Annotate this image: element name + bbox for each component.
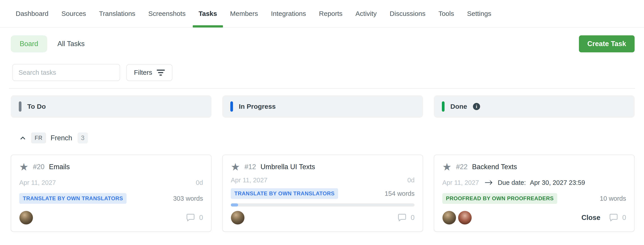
task-date: Apr 11, 2027 <box>19 179 56 186</box>
close-task-link[interactable]: Close <box>582 214 600 222</box>
tab-board[interactable]: Board <box>11 35 47 52</box>
card-date-row: Apr 11, 2027 0d <box>19 179 203 186</box>
assignee-avatars <box>19 211 33 225</box>
task-id: #12 <box>244 163 256 171</box>
nav-item-sources[interactable]: Sources <box>62 0 86 27</box>
card-title-row: ★ #20 Emails <box>19 162 203 172</box>
word-count: 154 words <box>384 190 414 197</box>
task-title: Backend Texts <box>472 163 517 171</box>
star-icon[interactable]: ★ <box>19 162 28 172</box>
language-group-header: FR French 3 <box>0 118 644 143</box>
comment-count: 0 <box>199 214 203 222</box>
task-card-umbrella-ui-texts[interactable]: ★ #12 Umbrella UI Texts Apr 11, 2027 0d … <box>222 155 423 232</box>
column-label: To Do <box>27 103 46 110</box>
word-count: 303 words <box>173 195 203 202</box>
avatar[interactable] <box>231 211 245 225</box>
card-footer-row: Close 0 <box>442 211 626 225</box>
comment-group[interactable]: 0 <box>185 213 203 223</box>
comment-group[interactable]: 0 <box>608 213 626 223</box>
filters-button-label: Filters <box>134 69 152 76</box>
avatar[interactable] <box>458 211 472 225</box>
language-name: French <box>50 134 72 142</box>
task-card-emails[interactable]: ★ #20 Emails Apr 11, 2027 0d TRANSLATE B… <box>11 155 212 232</box>
in-progress-status-bar <box>230 101 233 112</box>
task-count-badge: 3 <box>78 132 88 143</box>
task-title: Emails <box>49 163 70 171</box>
nav-item-reports[interactable]: Reports <box>319 0 342 27</box>
nav-item-integrations[interactable]: Integrations <box>271 0 306 27</box>
comment-icon <box>185 213 196 223</box>
assignee-avatars <box>442 211 472 225</box>
card-footer-row: 0 <box>19 211 203 225</box>
language-code-badge: FR <box>31 132 46 143</box>
task-id: #22 <box>456 163 468 171</box>
card-title-row: ★ #22 Backend Texts <box>442 162 626 172</box>
column-label: In Progress <box>239 103 276 110</box>
due-date-label: Due date: <box>498 179 526 186</box>
progress-bar-fill <box>231 203 238 206</box>
due-date-value: Apr 30, 2027 23:59 <box>530 179 585 186</box>
task-cards-row: ★ #20 Emails Apr 11, 2027 0d TRANSLATE B… <box>0 143 644 232</box>
board-columns-row: To Do In Progress Done i <box>0 89 644 118</box>
card-footer-row: 0 <box>231 211 414 225</box>
star-icon[interactable]: ★ <box>231 162 240 172</box>
todo-status-bar <box>19 101 22 112</box>
create-task-button[interactable]: Create Task <box>579 35 634 52</box>
tab-all-tasks[interactable]: All Tasks <box>58 40 85 48</box>
chevron-up-icon[interactable] <box>19 134 26 142</box>
nav-item-screenshots[interactable]: Screenshots <box>148 0 186 27</box>
info-icon[interactable]: i <box>473 103 480 110</box>
nav-item-discussions[interactable]: Discussions <box>390 0 426 27</box>
nav-item-settings[interactable]: Settings <box>467 0 491 27</box>
assignee-avatars <box>231 211 245 225</box>
task-type-badge: TRANSLATE BY OWN TRANSLATORS <box>19 193 126 204</box>
task-title: Umbrella UI Texts <box>260 163 315 171</box>
task-type-badge: TRANSLATE BY OWN TRANSLATORS <box>231 188 338 199</box>
nav-item-tools[interactable]: Tools <box>438 0 454 27</box>
nav-item-translations[interactable]: Translations <box>99 0 135 27</box>
search-filters-row: Filters <box>0 52 644 81</box>
card-badge-row: TRANSLATE BY OWN TRANSLATORS 303 words <box>19 193 203 204</box>
filter-lines-icon <box>157 70 165 76</box>
nav-item-dashboard[interactable]: Dashboard <box>16 0 48 27</box>
card-badge-row: PROOFREAD BY OWN PROOFREADERS 10 words <box>442 193 626 204</box>
comment-icon <box>397 213 407 223</box>
column-header-in-progress: In Progress <box>222 95 423 118</box>
task-card-backend-texts[interactable]: ★ #22 Backend Texts Apr 11, 2027 Due dat… <box>434 155 634 232</box>
column-header-done: Done i <box>434 95 634 118</box>
comment-icon <box>608 213 619 223</box>
task-id: #20 <box>33 163 44 171</box>
progress-bar-track <box>231 203 414 206</box>
word-count: 10 words <box>600 195 626 202</box>
search-tasks-input[interactable] <box>12 64 120 81</box>
done-status-bar <box>442 101 444 112</box>
nav-item-tasks[interactable]: Tasks <box>198 0 217 27</box>
comment-count: 0 <box>411 214 414 222</box>
task-duration: 0d <box>408 176 414 184</box>
card-title-row: ★ #12 Umbrella UI Texts <box>231 162 414 172</box>
nav-item-activity[interactable]: Activity <box>356 0 377 27</box>
column-header-todo: To Do <box>11 95 212 118</box>
avatar[interactable] <box>19 211 33 225</box>
task-type-badge: PROOFREAD BY OWN PROOFREADERS <box>442 193 557 204</box>
nav-item-members[interactable]: Members <box>230 0 258 27</box>
card-date-row: Apr 11, 2027 Due date: Apr 30, 2027 23:5… <box>442 179 626 186</box>
task-date: Apr 11, 2027 <box>231 176 268 184</box>
card-badge-row: TRANSLATE BY OWN TRANSLATORS 154 words <box>231 188 414 199</box>
due-date-group: Due date: Apr 30, 2027 23:59 <box>484 179 585 186</box>
card-date-row: Apr 11, 2027 0d <box>231 176 414 184</box>
task-duration: 0d <box>196 179 203 186</box>
comment-group[interactable]: 0 <box>397 213 414 223</box>
filters-button[interactable]: Filters <box>126 64 172 81</box>
comment-count: 0 <box>622 214 626 222</box>
task-date: Apr 11, 2027 <box>442 179 479 186</box>
top-navigation: Dashboard Sources Translations Screensho… <box>0 0 644 28</box>
view-tabs-row: Board All Tasks Create Task <box>0 28 644 52</box>
column-label: Done <box>450 103 467 110</box>
avatar[interactable] <box>442 211 456 225</box>
arrow-right-icon <box>484 180 494 185</box>
star-icon[interactable]: ★ <box>442 162 452 172</box>
